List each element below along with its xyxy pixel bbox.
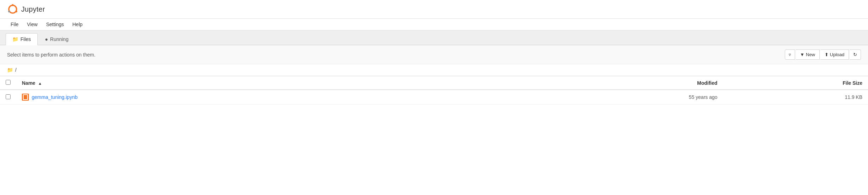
row-modified-cell: 55 years ago [537, 90, 723, 105]
tab-files[interactable]: 📁 Files [6, 33, 38, 45]
file-link[interactable]: gemma_tuning.ipynb [32, 94, 78, 100]
tab-running-label: Running [50, 36, 68, 42]
tabbar: 📁 Files ● Running [0, 30, 868, 45]
menu-view[interactable]: View [24, 20, 41, 29]
col-name-label: Name [22, 80, 35, 86]
select-all-checkbox[interactable] [6, 80, 11, 85]
menu-settings[interactable]: Settings [43, 20, 68, 29]
row-checkbox[interactable] [6, 94, 11, 99]
dropdown-arrow-icon: ▼ [800, 52, 805, 57]
jupyter-logo-icon [7, 4, 18, 15]
row-filesize-cell: 11.9 KB [723, 90, 868, 105]
sort-arrow-icon: ▲ [38, 81, 42, 85]
col-header-modified[interactable]: Modified [537, 76, 723, 90]
upload-button[interactable]: ⬆ Upload [820, 49, 849, 60]
col-modified-label: Modified [697, 80, 717, 86]
header: Jupyter [0, 0, 868, 19]
toolbar-row: Select items to perform actions on them.… [0, 45, 868, 64]
col-header-filesize[interactable]: File Size [723, 76, 868, 90]
new-label: New [806, 52, 815, 57]
menu-help[interactable]: Help [69, 20, 86, 29]
breadcrumb: 📁 / [0, 64, 868, 76]
upload-label: Upload [830, 52, 844, 57]
file-cell: gemma_tuning.ipynb [22, 94, 531, 101]
breadcrumb-path: / [15, 67, 17, 73]
toolbar-help-text: Select items to perform actions on them. [7, 52, 96, 58]
breadcrumb-folder-icon: 📁 [7, 67, 13, 73]
folder-icon: 📁 [12, 36, 18, 42]
table-row: gemma_tuning.ipynb 55 years ago 11.9 KB [0, 90, 868, 105]
row-name-cell: gemma_tuning.ipynb [16, 90, 537, 105]
menubar: File View Settings Help [0, 19, 868, 30]
table-header-row: Name ▲ Modified File Size [0, 76, 868, 90]
filter-button[interactable]: ▿ [785, 49, 795, 60]
notebook-icon [22, 94, 29, 101]
svg-point-2 [15, 11, 17, 13]
main-content: Select items to perform actions on them.… [0, 45, 868, 105]
circle-icon: ● [45, 36, 48, 42]
logo-area: Jupyter [7, 4, 45, 15]
col-header-checkbox [0, 76, 16, 90]
menu-file[interactable]: File [7, 20, 22, 29]
toolbar-actions: ▿ ▼ New ⬆ Upload ↻ [785, 49, 861, 60]
row-checkbox-cell [0, 90, 16, 105]
row-modified-value: 55 years ago [689, 94, 717, 100]
refresh-button[interactable]: ↻ [850, 49, 861, 60]
app-title: Jupyter [21, 5, 45, 13]
filter-icon: ▿ [789, 52, 791, 57]
svg-point-1 [12, 4, 14, 6]
refresh-icon: ↻ [853, 52, 857, 57]
upload-icon: ⬆ [825, 52, 829, 57]
svg-point-3 [8, 11, 10, 13]
new-button[interactable]: ▼ New [796, 49, 820, 60]
row-filesize-value: 11.9 KB [845, 94, 862, 100]
tab-running[interactable]: ● Running [38, 33, 75, 45]
col-filesize-label: File Size [843, 80, 862, 86]
col-header-name[interactable]: Name ▲ [16, 76, 537, 90]
tab-files-label: Files [20, 36, 31, 42]
file-table: Name ▲ Modified File Size g [0, 76, 868, 105]
